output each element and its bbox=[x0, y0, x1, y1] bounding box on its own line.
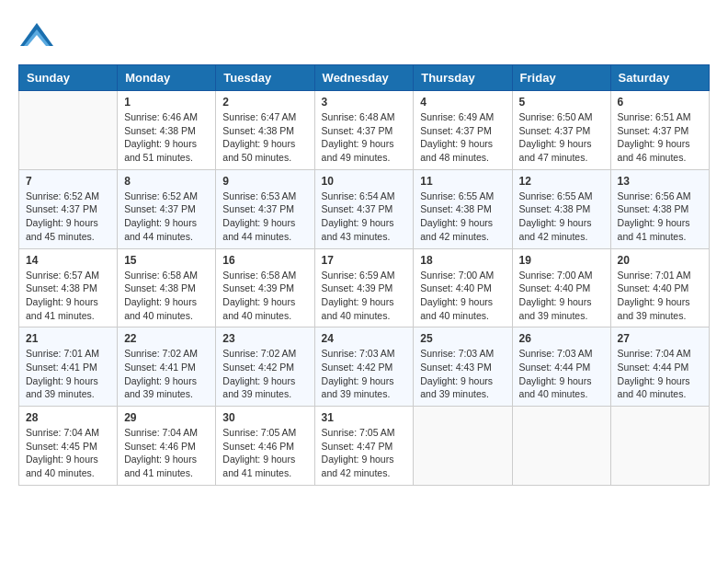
day-info: Sunrise: 6:52 AMSunset: 4:37 PMDaylight:… bbox=[26, 190, 110, 244]
calendar-cell: 9 Sunrise: 6:53 AMSunset: 4:37 PMDayligh… bbox=[216, 169, 314, 248]
weekday-header-wednesday: Wednesday bbox=[314, 65, 414, 91]
calendar-cell: 5 Sunrise: 6:50 AMSunset: 4:37 PMDayligh… bbox=[512, 91, 610, 170]
day-info: Sunrise: 6:57 AMSunset: 4:38 PMDaylight:… bbox=[26, 269, 110, 323]
day-info: Sunrise: 7:00 AMSunset: 4:40 PMDaylight:… bbox=[519, 269, 604, 323]
day-number: 12 bbox=[519, 175, 604, 188]
day-number: 16 bbox=[222, 254, 307, 267]
day-info: Sunrise: 7:05 AMSunset: 4:46 PMDaylight:… bbox=[222, 426, 307, 480]
weekday-header-friday: Friday bbox=[512, 65, 610, 91]
day-number: 20 bbox=[618, 254, 702, 267]
day-number: 18 bbox=[420, 254, 505, 267]
calendar-cell: 14 Sunrise: 6:57 AMSunset: 4:38 PMDaylig… bbox=[19, 248, 118, 327]
day-number: 31 bbox=[322, 411, 407, 424]
calendar-week-4: 21 Sunrise: 7:01 AMSunset: 4:41 PMDaylig… bbox=[19, 327, 710, 407]
day-number: 27 bbox=[618, 332, 702, 345]
day-number: 10 bbox=[322, 175, 407, 188]
day-info: Sunrise: 7:03 AMSunset: 4:43 PMDaylight:… bbox=[420, 347, 505, 401]
day-info: Sunrise: 6:53 AMSunset: 4:37 PMDaylight:… bbox=[222, 190, 307, 244]
calendar-week-5: 28 Sunrise: 7:04 AMSunset: 4:45 PMDaylig… bbox=[19, 407, 710, 486]
day-number: 17 bbox=[322, 254, 407, 267]
day-number: 19 bbox=[519, 254, 604, 267]
day-info: Sunrise: 6:55 AMSunset: 4:38 PMDaylight:… bbox=[519, 190, 604, 244]
day-info: Sunrise: 7:03 AMSunset: 4:42 PMDaylight:… bbox=[322, 347, 407, 401]
calendar-week-2: 7 Sunrise: 6:52 AMSunset: 4:37 PMDayligh… bbox=[19, 169, 710, 248]
day-number: 22 bbox=[124, 332, 209, 345]
day-info: Sunrise: 6:58 AMSunset: 4:39 PMDaylight:… bbox=[222, 269, 307, 323]
day-info: Sunrise: 6:49 AMSunset: 4:37 PMDaylight:… bbox=[420, 110, 505, 165]
day-info: Sunrise: 7:03 AMSunset: 4:44 PMDaylight:… bbox=[519, 347, 604, 401]
calendar-cell: 13 Sunrise: 6:56 AMSunset: 4:38 PMDaylig… bbox=[610, 169, 709, 248]
logo-icon bbox=[18, 18, 55, 55]
calendar-week-1: 1 Sunrise: 6:46 AMSunset: 4:38 PMDayligh… bbox=[19, 91, 710, 170]
day-info: Sunrise: 7:04 AMSunset: 4:45 PMDaylight:… bbox=[26, 426, 110, 480]
calendar-cell: 21 Sunrise: 7:01 AMSunset: 4:41 PMDaylig… bbox=[19, 327, 118, 407]
calendar-cell: 16 Sunrise: 6:58 AMSunset: 4:39 PMDaylig… bbox=[216, 248, 314, 327]
day-info: Sunrise: 7:04 AMSunset: 4:44 PMDaylight:… bbox=[618, 347, 702, 401]
calendar-cell: 23 Sunrise: 7:02 AMSunset: 4:42 PMDaylig… bbox=[216, 327, 314, 407]
day-number: 15 bbox=[124, 254, 209, 267]
day-number: 7 bbox=[26, 175, 110, 188]
day-number: 3 bbox=[322, 96, 407, 109]
calendar-cell: 7 Sunrise: 6:52 AMSunset: 4:37 PMDayligh… bbox=[19, 169, 118, 248]
day-info: Sunrise: 7:02 AMSunset: 4:41 PMDaylight:… bbox=[124, 347, 209, 401]
calendar-cell: 29 Sunrise: 7:04 AMSunset: 4:46 PMDaylig… bbox=[118, 407, 216, 486]
calendar-cell: 31 Sunrise: 7:05 AMSunset: 4:47 PMDaylig… bbox=[314, 407, 414, 486]
day-info: Sunrise: 6:46 AMSunset: 4:38 PMDaylight:… bbox=[124, 110, 209, 165]
day-info: Sunrise: 7:02 AMSunset: 4:42 PMDaylight:… bbox=[222, 347, 307, 401]
calendar-week-3: 14 Sunrise: 6:57 AMSunset: 4:38 PMDaylig… bbox=[19, 248, 710, 327]
day-number: 24 bbox=[322, 332, 407, 345]
day-number: 5 bbox=[519, 96, 604, 109]
calendar-header-row: SundayMondayTuesdayWednesdayThursdayFrid… bbox=[19, 65, 710, 91]
day-info: Sunrise: 6:58 AMSunset: 4:38 PMDaylight:… bbox=[124, 269, 209, 323]
day-number: 13 bbox=[618, 175, 702, 188]
calendar-cell: 20 Sunrise: 7:01 AMSunset: 4:40 PMDaylig… bbox=[610, 248, 709, 327]
calendar-cell bbox=[610, 407, 709, 486]
day-info: Sunrise: 6:59 AMSunset: 4:39 PMDaylight:… bbox=[322, 269, 407, 323]
calendar-cell: 24 Sunrise: 7:03 AMSunset: 4:42 PMDaylig… bbox=[314, 327, 414, 407]
day-number: 26 bbox=[519, 332, 604, 345]
day-number: 2 bbox=[222, 96, 307, 109]
calendar-cell: 8 Sunrise: 6:52 AMSunset: 4:37 PMDayligh… bbox=[118, 169, 216, 248]
calendar-cell: 19 Sunrise: 7:00 AMSunset: 4:40 PMDaylig… bbox=[512, 248, 610, 327]
day-info: Sunrise: 7:05 AMSunset: 4:47 PMDaylight:… bbox=[322, 426, 407, 480]
day-number: 14 bbox=[26, 254, 110, 267]
calendar-cell: 27 Sunrise: 7:04 AMSunset: 4:44 PMDaylig… bbox=[610, 327, 709, 407]
calendar-table: SundayMondayTuesdayWednesdayThursdayFrid… bbox=[18, 64, 710, 486]
weekday-header-tuesday: Tuesday bbox=[216, 65, 314, 91]
day-number: 8 bbox=[124, 175, 209, 188]
day-number: 1 bbox=[124, 96, 209, 109]
calendar-cell: 18 Sunrise: 7:00 AMSunset: 4:40 PMDaylig… bbox=[414, 248, 512, 327]
calendar-cell: 6 Sunrise: 6:51 AMSunset: 4:37 PMDayligh… bbox=[610, 91, 709, 170]
day-info: Sunrise: 6:50 AMSunset: 4:37 PMDaylight:… bbox=[519, 110, 604, 165]
day-number: 9 bbox=[222, 175, 307, 188]
day-number: 29 bbox=[124, 411, 209, 424]
day-number: 23 bbox=[222, 332, 307, 345]
calendar-cell: 3 Sunrise: 6:48 AMSunset: 4:37 PMDayligh… bbox=[314, 91, 414, 170]
calendar-cell: 17 Sunrise: 6:59 AMSunset: 4:39 PMDaylig… bbox=[314, 248, 414, 327]
weekday-header-thursday: Thursday bbox=[414, 65, 512, 91]
calendar-cell: 1 Sunrise: 6:46 AMSunset: 4:38 PMDayligh… bbox=[118, 91, 216, 170]
calendar-cell: 4 Sunrise: 6:49 AMSunset: 4:37 PMDayligh… bbox=[414, 91, 512, 170]
day-number: 11 bbox=[420, 175, 505, 188]
day-info: Sunrise: 7:01 AMSunset: 4:41 PMDaylight:… bbox=[26, 347, 110, 401]
day-number: 28 bbox=[26, 411, 110, 424]
calendar-cell bbox=[414, 407, 512, 486]
calendar-cell: 11 Sunrise: 6:55 AMSunset: 4:38 PMDaylig… bbox=[414, 169, 512, 248]
calendar-cell: 28 Sunrise: 7:04 AMSunset: 4:45 PMDaylig… bbox=[19, 407, 118, 486]
day-info: Sunrise: 6:51 AMSunset: 4:37 PMDaylight:… bbox=[618, 110, 702, 165]
day-info: Sunrise: 6:55 AMSunset: 4:38 PMDaylight:… bbox=[420, 190, 505, 244]
day-info: Sunrise: 7:04 AMSunset: 4:46 PMDaylight:… bbox=[124, 426, 209, 480]
weekday-header-sunday: Sunday bbox=[19, 65, 118, 91]
calendar-cell: 10 Sunrise: 6:54 AMSunset: 4:37 PMDaylig… bbox=[314, 169, 414, 248]
calendar-cell: 22 Sunrise: 7:02 AMSunset: 4:41 PMDaylig… bbox=[118, 327, 216, 407]
calendar-cell: 12 Sunrise: 6:55 AMSunset: 4:38 PMDaylig… bbox=[512, 169, 610, 248]
day-number: 30 bbox=[222, 411, 307, 424]
calendar-cell: 25 Sunrise: 7:03 AMSunset: 4:43 PMDaylig… bbox=[414, 327, 512, 407]
day-number: 4 bbox=[420, 96, 505, 109]
day-info: Sunrise: 6:48 AMSunset: 4:37 PMDaylight:… bbox=[322, 110, 407, 165]
weekday-header-monday: Monday bbox=[118, 65, 216, 91]
day-info: Sunrise: 6:47 AMSunset: 4:38 PMDaylight:… bbox=[222, 110, 307, 165]
weekday-header-saturday: Saturday bbox=[610, 65, 709, 91]
day-number: 6 bbox=[618, 96, 702, 109]
calendar-cell bbox=[19, 91, 118, 170]
